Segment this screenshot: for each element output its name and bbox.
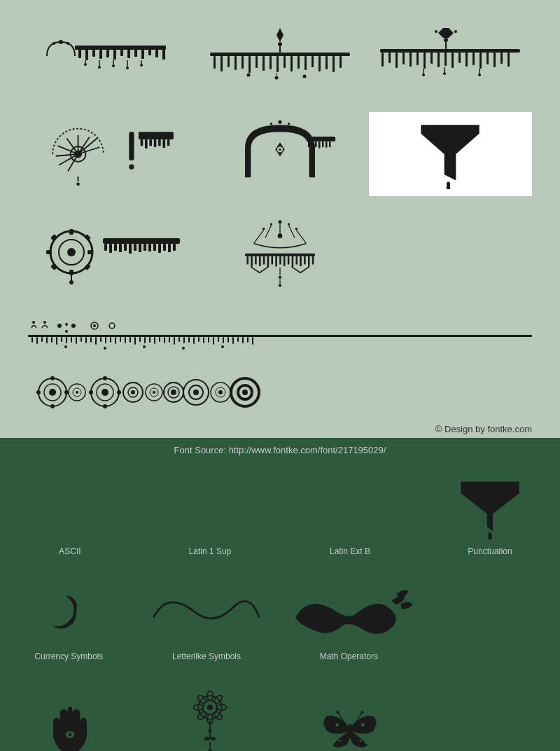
svg-point-52 — [302, 75, 306, 78]
svg-rect-46 — [318, 56, 321, 71]
svg-point-248 — [49, 389, 56, 396]
svg-rect-175 — [292, 256, 294, 268]
category-punctuation[interactable]: Punctuation — [420, 462, 560, 563]
latin1sup-label: Latin 1 Sup — [189, 539, 232, 556]
svg-rect-103 — [149, 139, 152, 146]
svg-point-1 — [52, 42, 55, 45]
svg-point-268 — [153, 391, 155, 394]
category-row3-cell3[interactable] — [280, 668, 420, 751]
svg-rect-104 — [153, 139, 156, 147]
svg-rect-219 — [149, 337, 150, 343]
latinextb-label: Latin Ext B — [330, 539, 370, 556]
svg-rect-5 — [85, 50, 88, 60]
category-math[interactable]: Math Operators — [275, 563, 422, 668]
svg-point-293 — [207, 705, 213, 710]
svg-rect-111 — [308, 142, 310, 147]
svg-rect-127 — [69, 270, 74, 275]
glyph-cell-9-empty — [369, 210, 532, 294]
svg-point-51 — [274, 76, 278, 80]
svg-rect-136 — [109, 244, 112, 253]
svg-point-310 — [336, 710, 339, 713]
svg-rect-68 — [438, 53, 440, 67]
svg-point-80 — [422, 74, 425, 76]
glyph-cell-1 — [28, 14, 191, 98]
svg-rect-224 — [174, 337, 175, 345]
svg-rect-205 — [80, 337, 82, 342]
svg-rect-47 — [326, 56, 328, 69]
svg-point-265 — [131, 390, 135, 394]
svg-point-95 — [74, 151, 82, 158]
svg-rect-208 — [95, 337, 97, 345]
svg-rect-234 — [223, 337, 224, 343]
svg-rect-32 — [220, 56, 223, 71]
svg-point-316 — [338, 740, 340, 742]
svg-rect-126 — [69, 229, 74, 235]
category-ascii[interactable]: ASCII — [0, 462, 140, 563]
svg-rect-227 — [188, 337, 190, 343]
glyph-cell-8 — [198, 210, 361, 294]
svg-rect-15 — [155, 50, 158, 57]
svg-rect-179 — [308, 256, 310, 267]
category-row3-cell1[interactable] — [0, 668, 140, 751]
svg-rect-167 — [259, 256, 261, 266]
svg-rect-37 — [255, 56, 258, 68]
svg-rect-239 — [247, 337, 248, 343]
svg-point-314 — [335, 723, 339, 726]
category-letterlike[interactable]: Letterlike Symbols — [138, 563, 276, 668]
category-latinextb[interactable]: Latin Ext B — [280, 462, 420, 563]
math-label: Math Operators — [320, 645, 378, 661]
svg-point-189 — [71, 324, 76, 328]
svg-rect-78 — [507, 53, 510, 67]
svg-point-317 — [359, 740, 361, 742]
svg-rect-238 — [242, 337, 244, 343]
svg-point-154 — [288, 223, 290, 225]
svg-point-153 — [270, 223, 272, 225]
svg-rect-13 — [141, 50, 144, 59]
svg-point-277 — [218, 390, 223, 394]
svg-rect-163 — [245, 254, 315, 256]
svg-rect-8 — [106, 50, 109, 57]
svg-point-120 — [288, 123, 290, 125]
category-row-1: ASCII Latin 1 Sup Latin Ext B — [0, 462, 560, 563]
svg-rect-60 — [382, 53, 384, 67]
svg-rect-116 — [326, 142, 328, 148]
svg-point-84 — [478, 74, 481, 76]
svg-rect-113 — [315, 142, 317, 147]
category-latin1sup[interactable]: Latin 1 Sup — [140, 462, 280, 563]
svg-point-28 — [278, 42, 282, 46]
svg-rect-137 — [114, 244, 117, 251]
svg-point-182 — [279, 276, 281, 279]
glyph-grid-row3 — [28, 210, 532, 294]
svg-rect-196 — [36, 337, 38, 344]
svg-point-125 — [67, 248, 76, 256]
bottom-section: ASCII Latin 1 Sup Latin Ext B — [0, 462, 560, 751]
category-currency[interactable]: Currency Symbols — [0, 563, 138, 668]
svg-point-258 — [102, 389, 108, 396]
svg-point-17 — [84, 63, 87, 66]
category-row3-cell2[interactable] — [140, 668, 280, 751]
svg-rect-107 — [167, 139, 169, 146]
svg-rect-76 — [493, 53, 496, 67]
category-row3-cell4-empty — [420, 668, 560, 751]
svg-point-57 — [454, 30, 457, 33]
svg-point-2 — [66, 42, 69, 45]
svg-rect-240 — [252, 337, 253, 345]
svg-rect-112 — [312, 142, 314, 149]
svg-point-243 — [143, 345, 146, 348]
svg-rect-115 — [322, 142, 324, 147]
svg-rect-168 — [263, 256, 265, 265]
svg-rect-72 — [465, 53, 468, 67]
svg-point-192 — [93, 324, 96, 327]
svg-rect-200 — [56, 337, 57, 345]
svg-point-193 — [109, 323, 115, 329]
svg-point-82 — [443, 72, 446, 75]
svg-rect-106 — [162, 139, 165, 148]
svg-point-242 — [104, 347, 106, 350]
category-row-2: Currency Symbols Letterlike Symbols — [0, 563, 560, 668]
svg-point-187 — [57, 324, 62, 328]
svg-rect-235 — [227, 337, 229, 343]
svg-rect-77 — [500, 53, 503, 64]
svg-rect-48 — [332, 56, 335, 72]
svg-rect-100 — [139, 132, 174, 139]
svg-rect-236 — [232, 337, 234, 344]
